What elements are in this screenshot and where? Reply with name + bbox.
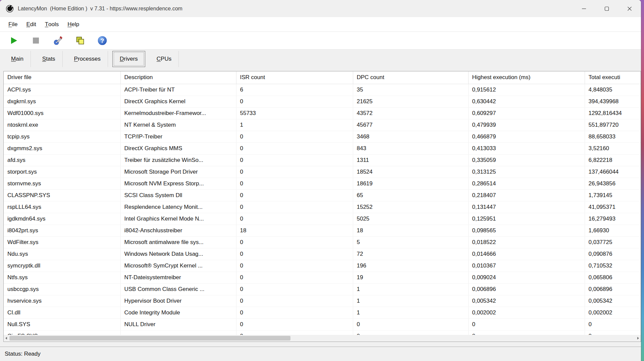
column-header[interactable]: Highest execution (ms) — [468, 71, 585, 84]
column-header[interactable]: ISR count — [236, 71, 353, 84]
cell-driver-file: Ntfs.sys — [4, 272, 120, 283]
column-header[interactable]: Driver file — [4, 71, 120, 84]
cell-dpc-count: 35 — [353, 84, 468, 96]
cell-driver-file: hvservice.sys — [4, 295, 120, 307]
table-row[interactable]: symcryptk.dll Microsoft® SymCrypt Kernel… — [4, 260, 641, 272]
column-header[interactable]: Description — [120, 71, 236, 84]
cell-total-execution: 0 — [585, 330, 641, 335]
table-row[interactable]: Wdf01000.sys Kernelmodustreiber-Framewor… — [4, 107, 641, 119]
menu-item[interactable]: Help — [63, 17, 84, 32]
cell-highest-execution: 0,630442 — [468, 96, 585, 107]
cell-highest-execution: 0,125951 — [468, 213, 585, 225]
scroll-right-arrow[interactable] — [637, 337, 639, 340]
cell-description: i8042-Anschlusstreiber — [120, 225, 236, 236]
menu-item[interactable]: Tools — [41, 17, 63, 32]
table-row[interactable]: usbccgp.sys USB Common Class Generic ...… — [4, 283, 641, 295]
cell-driver-file: dxgmms2.sys — [4, 142, 120, 154]
cell-total-execution: 3,52160 — [585, 142, 641, 154]
cell-driver-file: dxgkrnl.sys — [4, 96, 120, 107]
cell-dpc-count: 18619 — [353, 178, 468, 189]
cell-description: Windows Network Data Usag... — [120, 248, 236, 260]
cell-description: DirectX Graphics Kernel — [120, 96, 236, 107]
table-row[interactable]: tcpip.sys TCP/IP-Treiber 0 3468 0,466879… — [4, 131, 641, 142]
stop-icon — [32, 36, 40, 45]
cell-description: Microsoft NVM Express Storp... — [120, 178, 236, 189]
tab[interactable]: Stats — [35, 51, 63, 67]
cell-isr-count: 0 — [236, 166, 353, 178]
cell-isr-count: 0 — [236, 154, 353, 166]
cell-total-execution: 1292,816434 — [585, 107, 641, 119]
help-button[interactable]: ? — [95, 34, 110, 48]
table-row[interactable]: rspLLL64.sys Resplendence Latency Monit.… — [4, 201, 641, 213]
tab[interactable]: Main — [4, 51, 31, 67]
cell-highest-execution: 0,005342 — [468, 295, 585, 307]
cell-driver-file: afd.sys — [4, 154, 120, 166]
cell-total-execution: 137,466044 — [585, 166, 641, 178]
table-row[interactable]: CimFS.SYS 0 0 0 0 — [4, 330, 641, 335]
cell-isr-count: 0 — [236, 96, 353, 107]
cell-driver-file: symcryptk.dll — [4, 260, 120, 272]
column-header[interactable]: Total executi — [585, 71, 641, 84]
maximize-button[interactable] — [595, 0, 618, 17]
table-row[interactable]: ntoskrnl.exe NT Kernel & System 1 45677 … — [4, 119, 641, 131]
tab[interactable]: CPUs — [150, 51, 179, 67]
menu-item[interactable]: Edit — [22, 17, 40, 32]
table-row[interactable]: i8042prt.sys i8042-Anschlusstreiber 18 1… — [4, 225, 641, 236]
table-row[interactable]: dxgkrnl.sys DirectX Graphics Kernel 0 21… — [4, 96, 641, 107]
cell-description: Resplendence Latency Monit... — [120, 201, 236, 213]
table-row[interactable]: dxgmms2.sys DirectX Graphics MMS 0 843 0… — [4, 142, 641, 154]
cell-total-execution: 41,095371 — [585, 201, 641, 213]
table-row[interactable]: ACPI.sys ACPI-Treiber für NT 6 35 0,9156… — [4, 84, 641, 96]
app-icon[interactable] — [5, 4, 14, 13]
window-controls — [573, 0, 641, 17]
start-monitor-button[interactable] — [6, 34, 21, 48]
table-row[interactable]: Ntfs.sys NT-Dateisystemtreiber 0 19 0,00… — [4, 272, 641, 283]
latencymon-window: LatencyMon (Home Edition ) v 7.31 - http… — [0, 0, 641, 361]
minimize-button[interactable] — [573, 0, 595, 17]
cell-driver-file: storport.sys — [4, 166, 120, 178]
cell-highest-execution: 0,014666 — [468, 248, 585, 260]
table-row[interactable]: WdFilter.sys Microsoft antimalware file … — [4, 236, 641, 248]
table-row[interactable]: CI.dll Code Integrity Module 0 1 0,00200… — [4, 307, 641, 318]
menu-item[interactable]: File — [4, 17, 22, 32]
cell-description: Treiber für zusätzliche WinSo... — [120, 154, 236, 166]
cell-dpc-count: 65 — [353, 189, 468, 201]
tools-options-button[interactable] — [50, 34, 66, 48]
tab[interactable]: Processes — [67, 51, 108, 67]
tools-icon — [53, 36, 63, 46]
table-row[interactable]: igdkmdn64.sys Intel Graphics Kernel Mode… — [4, 213, 641, 225]
table-row[interactable]: hvservice.sys Hypervisor Boot Driver 0 1… — [4, 295, 641, 307]
column-header[interactable]: DPC count — [353, 71, 468, 84]
cell-dpc-count: 1 — [353, 295, 468, 307]
scroll-left-arrow[interactable] — [5, 337, 7, 340]
cell-highest-execution: 0,286514 — [468, 178, 585, 189]
table-row[interactable]: Ndu.sys Windows Network Data Usag... 0 7… — [4, 248, 641, 260]
stop-monitor-button[interactable] — [28, 34, 44, 48]
table-row[interactable]: afd.sys Treiber für zusätzliche WinSo...… — [4, 154, 641, 166]
cell-driver-file: ACPI.sys — [4, 84, 120, 96]
cell-description: ACPI-Treiber für NT — [120, 84, 236, 96]
cell-total-execution: 394,439968 — [585, 96, 641, 107]
table-row[interactable]: storport.sys Microsoft Storage Port Driv… — [4, 166, 641, 178]
cell-isr-count: 0 — [236, 248, 353, 260]
table-row[interactable]: CLASSPNP.SYS SCSI Class System Dll 0 65 … — [4, 189, 641, 201]
tab[interactable]: Drivers — [112, 51, 145, 67]
cell-description: TCP/IP-Treiber — [120, 131, 236, 142]
stacked-windows-button[interactable] — [72, 34, 88, 48]
table-row[interactable]: Null.SYS NULL Driver 0 0 0 0 — [4, 318, 641, 330]
table-row[interactable]: stornvme.sys Microsoft NVM Express Storp… — [4, 178, 641, 189]
cell-total-execution: 88,658033 — [585, 131, 641, 142]
cell-isr-count: 0 — [236, 318, 353, 330]
scrollbar-thumb[interactable] — [9, 336, 290, 341]
close-button[interactable] — [618, 0, 641, 17]
tab-bar: Main Stats Processes Drivers CPUs — [0, 50, 641, 71]
title-bar: LatencyMon (Home Edition ) v 7.31 - http… — [0, 0, 641, 17]
cell-description: SCSI Class System Dll — [120, 189, 236, 201]
horizontal-scrollbar[interactable] — [4, 335, 641, 342]
cell-isr-count: 0 — [236, 272, 353, 283]
cell-highest-execution: 0,313125 — [468, 166, 585, 178]
cell-total-execution: 0 — [585, 318, 641, 330]
cell-driver-file: Ndu.sys — [4, 248, 120, 260]
cell-dpc-count: 18 — [353, 225, 468, 236]
cell-description: NULL Driver — [120, 318, 236, 330]
